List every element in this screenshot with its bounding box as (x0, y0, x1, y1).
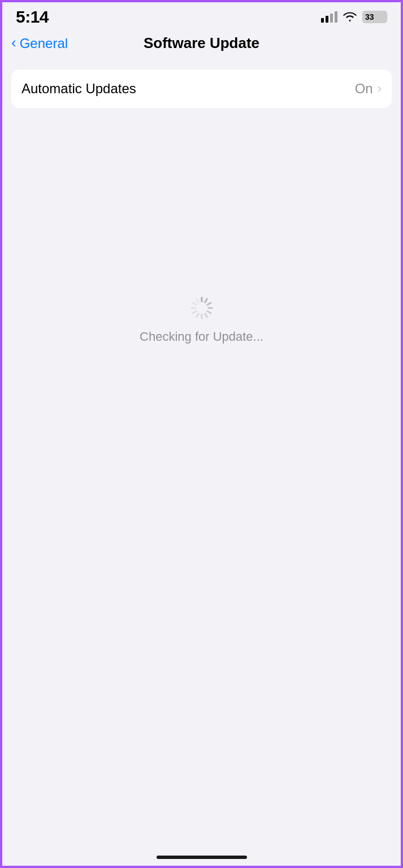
navigation-bar: ‹ General Software Update (0, 31, 403, 60)
back-button[interactable]: ‹ General (11, 35, 68, 51)
automatic-updates-row[interactable]: Automatic Updates On › (11, 70, 392, 108)
battery-icon: 33 (362, 11, 387, 23)
signal-bar-1 (321, 18, 324, 23)
signal-bar-2 (326, 16, 328, 23)
page-title: Software Update (144, 34, 259, 52)
back-chevron-icon: ‹ (11, 34, 16, 51)
battery-level: 33 (365, 12, 374, 21)
status-time: 5:14 (16, 7, 49, 27)
signal-bar-3 (330, 14, 333, 23)
status-bar: 5:14 33 (0, 0, 403, 31)
wifi-icon (343, 12, 357, 22)
automatic-updates-label: Automatic Updates (21, 81, 136, 97)
back-label: General (20, 36, 68, 51)
checking-for-update-text: Checking for Update... (140, 329, 263, 344)
automatic-updates-value: On (355, 81, 373, 97)
chevron-right-icon: › (378, 81, 382, 96)
row-right: On › (355, 81, 382, 97)
spinner-icon (188, 289, 215, 316)
signal-bars-icon (321, 11, 337, 23)
content-area: Automatic Updates On › (0, 60, 403, 108)
loading-area: Checking for Update... (0, 289, 403, 344)
phone-border (0, 0, 403, 868)
home-indicator (157, 856, 247, 859)
signal-bar-4 (335, 11, 337, 23)
status-icons: 33 (321, 11, 387, 23)
